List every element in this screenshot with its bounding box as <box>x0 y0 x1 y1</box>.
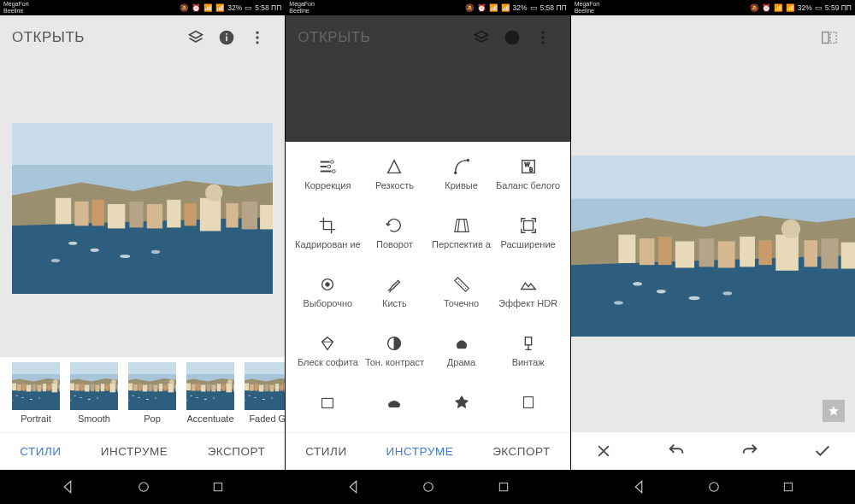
tool-more3[interactable] <box>428 393 494 437</box>
tool-selective[interactable]: Выборочно <box>294 275 361 319</box>
tool-crop[interactable]: Кадрирован ие <box>294 216 361 260</box>
tool-expand[interactable]: Расширение <box>495 216 562 260</box>
tool-details[interactable]: Резкость <box>361 157 428 201</box>
glamour-icon <box>318 334 337 353</box>
status-bar: MegaFon Beeline 🔕⏰📶📶 32%▭ 5:59 ПП <box>571 0 855 15</box>
tool-label: Кадрирован ие <box>295 239 361 260</box>
open-button[interactable]: ОТКРЫТЬ <box>12 29 85 46</box>
svg-point-25 <box>256 32 259 34</box>
svg-point-54 <box>710 483 719 492</box>
status-bar: MegaFon Beeline 🔕⏰📶📶 32%▭ 5:58 ПП <box>286 0 569 15</box>
tab-tools[interactable]: ИНСТРУМЕ <box>101 445 168 458</box>
mute-icon: 🔕 <box>180 3 189 12</box>
tool-wb[interactable]: WBБаланс белого <box>495 157 562 201</box>
svg-point-31 <box>541 32 544 34</box>
open-button: ОТКРЫТЬ <box>298 29 370 46</box>
svg-point-34 <box>331 161 334 164</box>
tool-tune[interactable]: Коррекция <box>294 157 361 201</box>
tool-more1[interactable] <box>294 393 361 437</box>
svg-rect-52 <box>830 32 836 44</box>
more4-icon <box>519 393 538 412</box>
tool-more2[interactable] <box>361 393 428 437</box>
svg-point-32 <box>541 36 544 38</box>
tool-healing[interactable]: Точечно <box>428 275 494 319</box>
more1-icon <box>318 393 337 412</box>
svg-point-28 <box>139 483 148 492</box>
selective-icon <box>318 275 337 294</box>
more-icon <box>528 22 558 53</box>
svg-point-26 <box>256 36 259 38</box>
rotate-icon <box>385 216 404 235</box>
undo-button[interactable] <box>661 436 692 466</box>
clock: 5:58 ПП <box>255 3 281 12</box>
panel-styles: MegaFon Beeline 🔕 ⏰ 📶 📶 32% ▭ 5:58 ПП ОТ… <box>0 0 285 504</box>
carrier-2: Beeline <box>3 8 29 15</box>
svg-point-35 <box>327 165 331 168</box>
layers-icon <box>466 22 497 53</box>
nav-home-icon[interactable] <box>136 479 151 495</box>
battery-pct: 32% <box>227 3 242 12</box>
tool-label: Эффект HDR <box>498 298 557 319</box>
tool-label: Коррекция <box>304 180 351 201</box>
tool-more4[interactable] <box>495 393 562 437</box>
nav-recent-icon[interactable] <box>211 480 225 494</box>
compare-icon[interactable] <box>814 22 845 53</box>
close-button[interactable] <box>588 436 619 466</box>
editor-top-bar <box>571 15 855 60</box>
tab-styles[interactable]: СТИЛИ <box>305 445 346 458</box>
nav-home-icon[interactable] <box>706 479 722 495</box>
svg-point-33 <box>541 41 544 44</box>
tool-drama[interactable]: Драма <box>428 334 494 378</box>
tool-tonal[interactable]: Тон. контраст <box>361 334 428 378</box>
android-nav <box>286 470 569 504</box>
tab-tools[interactable]: ИНСТРУМЕ <box>386 445 454 458</box>
nav-back-icon[interactable] <box>60 479 75 495</box>
editor-photo <box>571 155 855 337</box>
details-icon <box>385 157 404 176</box>
style-strip[interactable]: Portrait Smooth Pop Accentuate Faded Gl <box>0 357 285 432</box>
tool-hdr[interactable]: Эффект HDR <box>495 275 562 319</box>
style-item-pop[interactable]: Pop <box>128 362 176 432</box>
tool-perspective[interactable]: Перспектив а <box>428 216 494 260</box>
main-photo <box>12 123 273 294</box>
tool-label: Драма <box>447 357 475 378</box>
svg-rect-46 <box>525 337 531 345</box>
app-bar: ОТКРЫТЬ <box>0 15 285 60</box>
redo-button[interactable] <box>734 436 765 466</box>
apply-button[interactable] <box>807 436 838 466</box>
svg-text:B: B <box>529 167 533 173</box>
canvas-area[interactable] <box>0 60 285 357</box>
tools-sheet: КоррекцияРезкостьКривыеWBБаланс белогоКа… <box>286 142 569 432</box>
tool-curves[interactable]: Кривые <box>428 157 494 201</box>
nav-back-icon[interactable] <box>345 479 361 495</box>
nav-home-icon[interactable] <box>421 479 436 495</box>
nav-recent-icon[interactable] <box>497 480 510 494</box>
tool-glamour[interactable]: Блеск софита <box>294 334 361 378</box>
tool-brush[interactable]: Кисть <box>361 275 428 319</box>
alarm-icon: ⏰ <box>192 3 201 12</box>
tool-label: Резкость <box>375 180 414 201</box>
status-bar: MegaFon Beeline 🔕 ⏰ 📶 📶 32% ▭ 5:58 ПП <box>0 0 285 15</box>
battery-icon: ▭ <box>245 3 252 12</box>
style-item-faded[interactable]: Faded Gl <box>245 362 285 432</box>
info-icon[interactable] <box>211 22 242 53</box>
editor-canvas[interactable] <box>571 60 855 432</box>
style-item-accentuate[interactable]: Accentuate <box>186 362 234 432</box>
nav-back-icon[interactable] <box>631 479 646 495</box>
style-item-portrait[interactable]: Portrait <box>12 362 60 432</box>
tab-export[interactable]: ЭКСПОРТ <box>492 445 551 458</box>
svg-rect-51 <box>823 32 828 44</box>
style-item-smooth[interactable]: Smooth <box>70 362 118 432</box>
panel-tools: MegaFon Beeline 🔕⏰📶📶 32%▭ 5:58 ПП ОТКРЫТ… <box>285 0 569 504</box>
more2-icon <box>385 393 404 412</box>
tab-export[interactable]: ЭКСПОРТ <box>208 445 266 458</box>
tool-label: Поворот <box>376 239 413 260</box>
more-icon[interactable] <box>242 22 273 53</box>
tool-rotate[interactable]: Поворот <box>361 216 428 260</box>
carrier-1: MegaFon <box>3 1 29 8</box>
preset-icon[interactable] <box>823 400 845 422</box>
layers-icon[interactable] <box>180 22 211 53</box>
tab-styles[interactable]: СТИЛИ <box>20 445 61 458</box>
nav-recent-icon[interactable] <box>781 480 795 494</box>
tool-vintage[interactable]: Винтаж <box>495 334 562 378</box>
